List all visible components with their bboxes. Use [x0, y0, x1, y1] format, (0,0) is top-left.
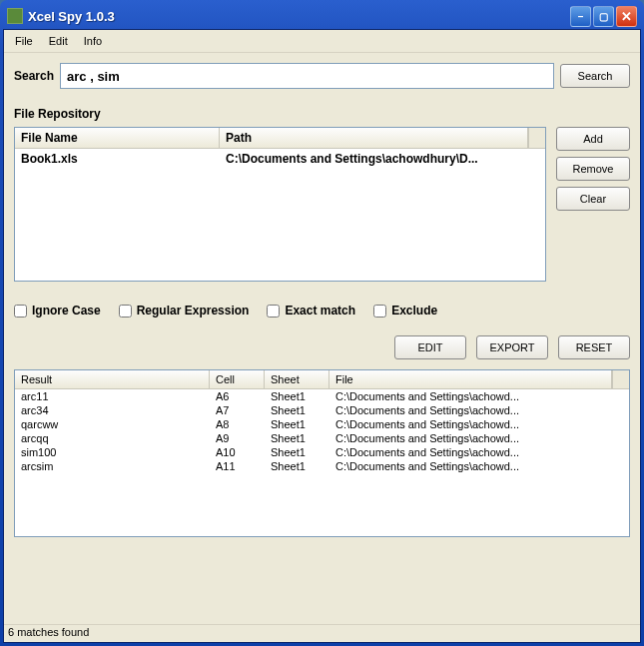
results-body: arc11A6Sheet1C:\Documents and Settings\a…	[15, 389, 629, 473]
results-col-cell[interactable]: Cell	[210, 370, 265, 388]
result-cell-sheet: Sheet1	[265, 431, 329, 445]
result-cell-file: C:\Documents and Settings\achowd...	[329, 459, 629, 473]
export-button[interactable]: EXPORT	[476, 335, 548, 359]
result-cell-result: arcqq	[15, 431, 210, 445]
regex-input[interactable]	[119, 305, 132, 318]
result-cell-result: arc11	[15, 389, 210, 403]
result-cell-sheet: Sheet1	[265, 403, 329, 417]
content: Search Search File Repository File Name …	[4, 53, 640, 624]
repo-col-name[interactable]: File Name	[15, 128, 220, 148]
repo-table-header: File Name Path	[15, 128, 545, 149]
window-title: Xcel Spy 1.0.3	[28, 9, 570, 24]
search-button[interactable]: Search	[560, 64, 630, 88]
result-cell-file: C:\Documents and Settings\achowd...	[329, 445, 629, 459]
result-cell-cell: A10	[210, 445, 265, 459]
exact-match-input[interactable]	[267, 305, 280, 318]
results-col-sheet[interactable]: Sheet	[265, 370, 329, 388]
options-row: Ignore Case Regular Expression Exact mat…	[14, 304, 630, 318]
result-cell-sheet: Sheet1	[265, 417, 329, 431]
result-cell-cell: A9	[210, 431, 265, 445]
exact-match-checkbox[interactable]: Exact match	[267, 304, 355, 318]
repo-cell-name: Book1.xls	[15, 149, 220, 169]
app-icon	[7, 8, 23, 24]
minimize-button[interactable]: –	[570, 6, 591, 27]
ignore-case-label: Ignore Case	[32, 304, 101, 318]
exclude-input[interactable]	[373, 305, 386, 318]
menu-edit[interactable]: Edit	[42, 33, 75, 49]
result-cell-cell: A11	[210, 459, 265, 473]
result-cell-cell: A7	[210, 403, 265, 417]
result-cell-sheet: Sheet1	[265, 445, 329, 459]
table-row[interactable]: arcsimA11Sheet1C:\Documents and Settings…	[15, 459, 629, 473]
search-label: Search	[14, 69, 54, 83]
menu-info[interactable]: Info	[77, 33, 109, 49]
repo-row: File Name Path Book1.xlsC:\Documents and…	[14, 127, 630, 282]
result-cell-result: sim100	[15, 445, 210, 459]
exclude-checkbox[interactable]: Exclude	[373, 304, 437, 318]
status-bar: 6 matches found	[4, 624, 640, 642]
result-cell-file: C:\Documents and Settings\achowd...	[329, 403, 629, 417]
client-area: File Edit Info Search Search File Reposi…	[3, 29, 641, 643]
table-row[interactable]: arcqqA9Sheet1C:\Documents and Settings\a…	[15, 431, 629, 445]
search-row: Search Search	[14, 63, 630, 89]
result-cell-cell: A8	[210, 417, 265, 431]
result-cell-result: arc34	[15, 403, 210, 417]
result-cell-file: C:\Documents and Settings\achowd...	[329, 417, 629, 431]
regex-label: Regular Expression	[137, 304, 250, 318]
maximize-button[interactable]: ▢	[593, 6, 614, 27]
action-row: EDIT EXPORT RESET	[14, 335, 630, 359]
exact-match-label: Exact match	[285, 304, 355, 318]
ignore-case-checkbox[interactable]: Ignore Case	[14, 304, 101, 318]
repo-col-path[interactable]: Path	[220, 128, 528, 148]
table-row[interactable]: sim100A10Sheet1C:\Documents and Settings…	[15, 445, 629, 459]
menu-file[interactable]: File	[8, 33, 40, 49]
table-row[interactable]: Book1.xlsC:\Documents and Settings\achow…	[15, 149, 545, 169]
table-row[interactable]: arc11A6Sheet1C:\Documents and Settings\a…	[15, 389, 629, 403]
result-cell-sheet: Sheet1	[265, 459, 329, 473]
results-col-file[interactable]: File	[329, 370, 612, 388]
remove-button[interactable]: Remove	[556, 157, 630, 181]
result-cell-file: C:\Documents and Settings\achowd...	[329, 389, 629, 403]
repo-title: File Repository	[14, 107, 630, 121]
repo-buttons: Add Remove Clear	[556, 127, 630, 282]
app-window: Xcel Spy 1.0.3 – ▢ ✕ File Edit Info Sear…	[0, 0, 644, 646]
edit-button[interactable]: EDIT	[394, 335, 466, 359]
results-scroll-head	[612, 370, 629, 388]
exclude-label: Exclude	[391, 304, 437, 318]
repo-table[interactable]: File Name Path Book1.xlsC:\Documents and…	[14, 127, 546, 282]
repo-cell-path: C:\Documents and Settings\achowdhury\D..…	[220, 149, 545, 169]
repo-table-body: Book1.xlsC:\Documents and Settings\achow…	[15, 149, 545, 169]
results-col-result[interactable]: Result	[15, 370, 210, 388]
regex-checkbox[interactable]: Regular Expression	[119, 304, 250, 318]
search-input[interactable]	[60, 63, 554, 89]
clear-button[interactable]: Clear	[556, 187, 630, 211]
table-row[interactable]: qarcwwA8Sheet1C:\Documents and Settings\…	[15, 417, 629, 431]
menubar: File Edit Info	[4, 30, 640, 53]
results-table[interactable]: Result Cell Sheet File arc11A6Sheet1C:\D…	[14, 369, 630, 537]
result-cell-sheet: Sheet1	[265, 389, 329, 403]
ignore-case-input[interactable]	[14, 305, 27, 318]
result-cell-cell: A6	[210, 389, 265, 403]
result-cell-file: C:\Documents and Settings\achowd...	[329, 431, 629, 445]
add-button[interactable]: Add	[556, 127, 630, 151]
close-button[interactable]: ✕	[616, 6, 637, 27]
result-cell-result: qarcww	[15, 417, 210, 431]
table-row[interactable]: arc34A7Sheet1C:\Documents and Settings\a…	[15, 403, 629, 417]
result-cell-result: arcsim	[15, 459, 210, 473]
repo-scroll-head	[528, 128, 545, 148]
reset-button[interactable]: RESET	[558, 335, 630, 359]
results-header: Result Cell Sheet File	[15, 370, 629, 389]
titlebar[interactable]: Xcel Spy 1.0.3 – ▢ ✕	[3, 3, 641, 29]
